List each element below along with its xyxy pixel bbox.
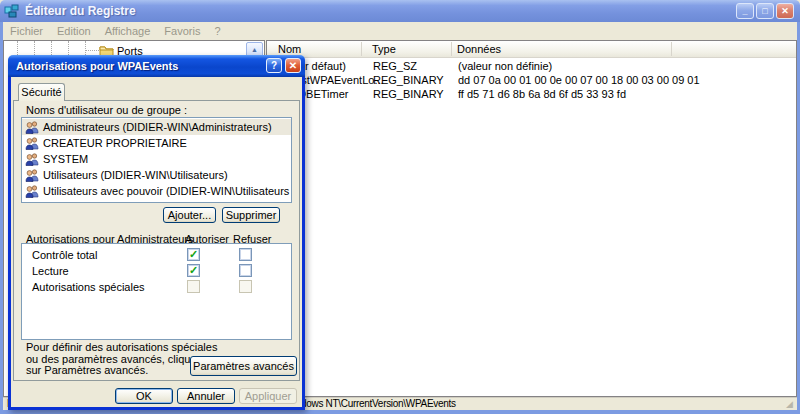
window-title: Éditeur du Registre xyxy=(25,4,136,18)
advanced-settings-button[interactable]: Paramètres avancés xyxy=(190,356,297,376)
menu-bar: Fichier Edition Affichage Favoris ? xyxy=(3,22,797,40)
value-row[interactable]: (par défaut) REG_SZ (valeur non définie) xyxy=(267,60,796,74)
dialog-titlebar[interactable]: Autorisations pour WPAEvents ? ✕ xyxy=(8,55,305,77)
dialog-title: Autorisations pour WPAEvents xyxy=(16,60,178,72)
permissions-dialog: Autorisations pour WPAEvents ? ✕ Sécurit… xyxy=(8,55,305,410)
users-listbox: Administrateurs (DIDIER-WIN\Administrate… xyxy=(21,117,292,203)
user-item-label: SYSTEM xyxy=(43,153,88,165)
users-label: Noms d'utilisateur ou de groupe : xyxy=(26,104,187,116)
users-group-icon xyxy=(25,121,39,134)
deny-checkbox xyxy=(239,280,252,293)
registry-values-panel: Nom Type Données (par défaut) REG_SZ (va… xyxy=(266,40,797,397)
regedit-window: Éditeur du Registre _ □ ✕ Fichier Editio… xyxy=(0,0,800,414)
value-data: (valeur non définie) xyxy=(458,60,552,72)
dialog-body: Sécurité Noms d'utilisateur ou de groupe… xyxy=(8,77,305,410)
users-group-icon xyxy=(25,137,39,150)
allow-checkbox[interactable] xyxy=(187,264,200,277)
user-item-utilisateurs[interactable]: Utilisateurs (DIDIER-WIN\Utilisateurs) xyxy=(22,167,291,183)
remove-button[interactable]: Supprimer xyxy=(222,207,280,223)
user-item-label: Utilisateurs avec pouvoir (DIDIER-WIN\Ut… xyxy=(43,185,291,197)
column-separator[interactable] xyxy=(451,42,452,56)
resize-grip[interactable]: ◢ xyxy=(786,399,797,410)
deny-checkbox[interactable] xyxy=(239,248,252,261)
user-item-label: CREATEUR PROPRIETAIRE xyxy=(43,137,187,149)
user-item-system[interactable]: SYSTEM xyxy=(22,151,291,167)
list-header: Nom Type Données xyxy=(267,41,796,58)
column-header-type[interactable]: Type xyxy=(372,43,396,55)
window-border xyxy=(0,22,3,414)
menu-affichage[interactable]: Affichage xyxy=(98,24,158,38)
menu-favoris[interactable]: Favoris xyxy=(157,24,207,38)
dialog-close-button[interactable]: ✕ xyxy=(285,58,301,73)
registry-icon xyxy=(4,3,20,19)
add-button[interactable]: Ajouter... xyxy=(163,207,216,223)
tree-guide-line xyxy=(85,50,99,51)
value-type: REG_BINARY xyxy=(373,74,444,86)
users-group-icon xyxy=(25,185,39,198)
permission-label: Contrôle total xyxy=(32,249,97,261)
column-separator[interactable] xyxy=(671,42,672,56)
permission-label: Lecture xyxy=(32,265,69,277)
apply-button: Appliquer xyxy=(239,388,297,404)
menu-edition[interactable]: Edition xyxy=(50,24,98,38)
help-button[interactable]: ? xyxy=(266,58,282,73)
close-button[interactable]: ✕ xyxy=(776,3,794,19)
main-titlebar[interactable]: Éditeur du Registre _ □ ✕ xyxy=(0,0,800,22)
user-item-label: Utilisateurs (DIDIER-WIN\Utilisateurs) xyxy=(43,169,228,181)
users-group-icon xyxy=(25,153,39,166)
user-item-label: Administrateurs (DIDIER-WIN\Administrate… xyxy=(43,121,272,133)
user-item-utilisateurs-avec-pouvoir[interactable]: Utilisateurs avec pouvoir (DIDIER-WIN\Ut… xyxy=(22,183,291,199)
value-type: REG_SZ xyxy=(373,60,417,72)
permission-row-controle-total: Contrôle total xyxy=(22,247,291,263)
value-row[interactable]: LastWPAEventLo... REG_BINARY dd 07 0a 00… xyxy=(267,74,796,88)
user-item-createur[interactable]: CREATEUR PROPRIETAIRE xyxy=(22,135,291,151)
value-type: REG_BINARY xyxy=(373,88,444,100)
allow-checkbox xyxy=(187,280,200,293)
users-group-icon xyxy=(25,169,39,182)
column-header-donnees[interactable]: Données xyxy=(457,43,501,55)
tab-securite[interactable]: Sécurité xyxy=(18,83,65,101)
menu-fichier[interactable]: Fichier xyxy=(3,24,50,38)
value-data: ff d5 71 d6 8b 6a 8d 6f d5 33 93 fd xyxy=(458,88,626,100)
maximize-button[interactable]: □ xyxy=(756,3,774,19)
column-header-nom[interactable]: Nom xyxy=(278,43,301,55)
allow-checkbox[interactable] xyxy=(187,248,200,261)
ok-button[interactable]: OK xyxy=(115,388,173,404)
minimize-button[interactable]: _ xyxy=(736,3,754,19)
value-row[interactable]: OOBETimer REG_BINARY ff d5 71 d6 8b 6a 8… xyxy=(267,88,796,102)
column-separator[interactable] xyxy=(361,42,362,56)
menu-aide[interactable]: ? xyxy=(207,24,227,38)
cancel-button[interactable]: Annuler xyxy=(177,388,235,404)
permission-row-lecture: Lecture xyxy=(22,263,291,279)
deny-checkbox[interactable] xyxy=(239,264,252,277)
permission-label: Autorisations spéciales xyxy=(32,281,145,293)
permission-row-autorisations-speciales: Autorisations spéciales xyxy=(22,279,291,295)
advanced-note: Pour définir des autorisations spéciales… xyxy=(26,342,217,377)
permissions-listbox: Contrôle total Lecture Autorisations spé… xyxy=(21,243,292,340)
value-data: dd 07 0a 00 01 00 0e 00 07 00 18 00 03 0… xyxy=(458,74,700,86)
user-item-administrateurs[interactable]: Administrateurs (DIDIER-WIN\Administrate… xyxy=(22,119,291,135)
window-border xyxy=(0,410,800,414)
